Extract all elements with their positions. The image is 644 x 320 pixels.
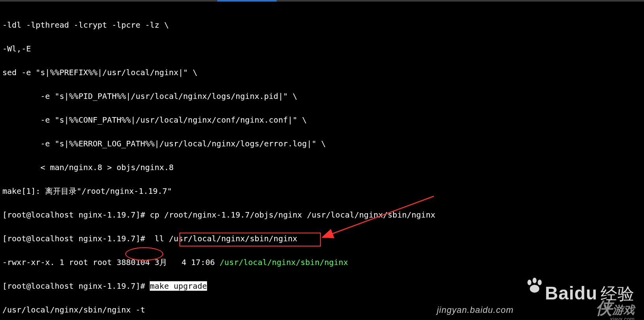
- svg-point-2: [533, 278, 537, 283]
- paw-icon: [526, 278, 543, 296]
- term-line: [root@localhost nginx-1.19.7]# ll /usr/l…: [2, 233, 435, 244]
- term-line: make[1]: 离开目录"/root/nginx-1.19.7": [2, 185, 435, 197]
- executable-path: /usr/local/nginx/sbin/nginx: [220, 258, 348, 267]
- highlighted-command: make upgrade: [150, 281, 207, 291]
- term-line: -Wl,-E: [2, 43, 435, 55]
- watermark-baidu-url: jingyan.baidu.com: [437, 305, 514, 315]
- watermark-xiayx: 侠游戏 xiayx.com: [596, 297, 635, 320]
- window-tab-bar: [0, 0, 644, 2]
- term-line: sed -e "s|%%PREFIX%%|/usr/local/nginx|" …: [2, 66, 435, 78]
- term-line: < man/nginx.8 > objs/nginx.8: [2, 161, 435, 173]
- term-line: [root@localhost nginx-1.19.7]# cp /root/…: [2, 209, 435, 221]
- term-line: [root@localhost nginx-1.19.7]# make upgr…: [2, 280, 435, 292]
- svg-point-1: [527, 280, 531, 285]
- svg-point-3: [538, 280, 542, 285]
- term-line: /usr/local/nginx/sbin/nginx -t: [2, 304, 435, 316]
- svg-point-4: [530, 285, 539, 293]
- term-line: -e "s|%%CONF_PATH%%|/usr/local/nginx/con…: [2, 114, 435, 126]
- term-line: -e "s|%%PID_PATH%%|/usr/local/nginx/logs…: [2, 90, 435, 102]
- terminal[interactable]: -ldl -lpthread -lcrypt -lpcre -lz \ -Wl,…: [0, 7, 438, 320]
- term-line: -e "s|%%ERROR_LOG_PATH%%|/usr/local/ngin…: [2, 138, 435, 150]
- active-tab-indicator: [217, 0, 277, 2]
- term-line: -ldl -lpthread -lcrypt -lpcre -lz \: [2, 19, 435, 31]
- term-line: -rwxr-xr-x. 1 root root 3880104 3月 4 17:…: [2, 256, 435, 268]
